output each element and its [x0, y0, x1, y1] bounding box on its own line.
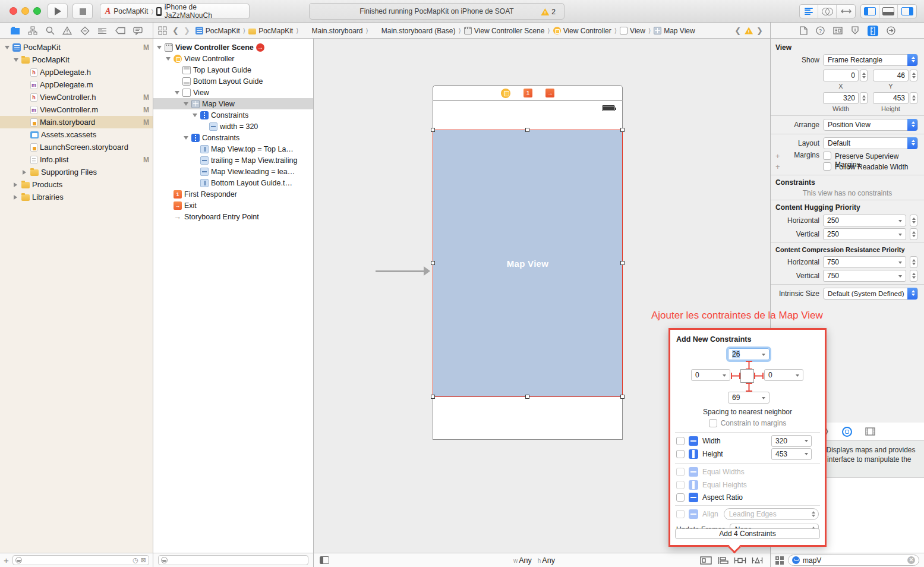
add-file-button[interactable]: + [4, 555, 9, 565]
zoom-window-button[interactable] [33, 7, 41, 15]
quick-help-inspector-tab-icon[interactable]: ? [816, 26, 825, 35]
warning-counter[interactable]: ! 2 [541, 8, 556, 16]
disclosure-open-icon[interactable] [14, 58, 19, 62]
file-row[interactable]: Products [0, 178, 153, 191]
resize-handle[interactable] [431, 128, 435, 132]
breadcrumb-item[interactable]: Main.storyboard (Base) [371, 27, 456, 35]
leading-ibeam-icon[interactable] [731, 371, 740, 380]
width-field[interactable]: 320 [823, 92, 859, 104]
show-popup[interactable]: Frame Rectangle [823, 54, 918, 66]
file-row[interactable]: Info.plistM [0, 153, 153, 166]
report-navigator-tab-icon[interactable] [133, 27, 143, 35]
exit-icon[interactable] [545, 89, 554, 97]
file-row[interactable]: Assets.xcassets [0, 128, 153, 141]
width-stepper[interactable] [860, 92, 868, 104]
arrange-popup[interactable]: Position View [823, 119, 918, 131]
toggle-debug-area-button[interactable] [879, 5, 898, 18]
file-row[interactable]: mViewController.mM [0, 103, 153, 116]
open-scene-icon[interactable]: → [256, 43, 264, 52]
object-library-tab-selected[interactable] [842, 427, 852, 437]
breadcrumb-item[interactable]: View [620, 27, 645, 35]
outline-row[interactable]: width = 320 [153, 121, 313, 132]
minimize-window-button[interactable] [21, 7, 29, 15]
outline-row[interactable]: Bottom Layout Guide.t… [153, 177, 313, 188]
hugging-horizontal-combo[interactable]: 250 [823, 215, 906, 226]
disclosure-open-icon[interactable] [5, 46, 10, 49]
equal-widths-checkbox[interactable] [676, 468, 685, 476]
disclosure-open-icon[interactable] [175, 91, 180, 94]
disclosure-open-icon[interactable] [193, 114, 198, 117]
top-spacing-combo[interactable]: 26 [728, 348, 770, 360]
hugging-vertical-combo[interactable]: 250 [823, 228, 906, 240]
run-button[interactable] [48, 4, 68, 19]
align-icon[interactable] [717, 556, 729, 565]
resolve-autolayout-icon[interactable] [752, 556, 763, 565]
add-margin-button[interactable]: + [775, 152, 780, 160]
breadcrumb-item[interactable]: View Controller Scene [464, 27, 545, 35]
file-inspector-tab-icon[interactable] [800, 26, 808, 35]
scheme-selector[interactable]: A PocMapKit 〉 iPhone de JaZzMaNouCh [100, 4, 250, 19]
equal-heights-checkbox[interactable] [676, 481, 685, 489]
file-row[interactable]: mAppDelegate.m [0, 78, 153, 91]
disclosure-closed-icon[interactable] [23, 170, 28, 175]
connections-inspector-tab-icon[interactable] [887, 26, 895, 35]
map-view[interactable]: Map View [433, 130, 623, 397]
stop-button[interactable] [72, 4, 93, 19]
related-items-icon[interactable] [158, 26, 167, 35]
size-inspector-tab-selected[interactable] [868, 26, 878, 36]
navigator-filter-field[interactable]: ◷ ⊠ [12, 555, 149, 565]
disclosure-open-icon[interactable] [184, 136, 189, 140]
toggle-navigator-button[interactable] [861, 5, 879, 18]
resize-handle[interactable] [620, 128, 625, 132]
add-constraints-button[interactable]: Add 4 Constraints [675, 528, 820, 539]
y-stepper[interactable] [910, 70, 917, 81]
search-navigator-tab-icon[interactable] [46, 26, 55, 35]
hugging-horizontal-stepper[interactable] [910, 215, 917, 226]
breadcrumb-item[interactable]: View Controller [553, 27, 611, 35]
layout-margins-popup[interactable]: Default [823, 137, 918, 149]
breadcrumb-item[interactable]: Main.storyboard [301, 27, 362, 35]
top-ibeam-icon[interactable] [745, 361, 753, 370]
x-field[interactable]: 0 [823, 70, 859, 81]
resize-handle[interactable] [620, 395, 625, 399]
toggle-inspector-button[interactable] [898, 5, 916, 18]
pin-constraints-icon[interactable] [734, 556, 746, 565]
project-navigator-tab-icon[interactable] [10, 26, 20, 35]
outline-row[interactable]: Map View.leading = lea… [153, 166, 313, 177]
height-constraint-checkbox[interactable] [676, 450, 685, 458]
trailing-spacing-combo[interactable]: 0 [764, 369, 803, 381]
compression-vertical-combo[interactable]: 750 [823, 270, 906, 282]
align-checkbox[interactable] [676, 510, 685, 518]
file-row[interactable]: LaunchScreen.storyboard [0, 141, 153, 153]
height-constraint-combo[interactable]: 453 [771, 448, 812, 460]
recent-files-icon[interactable]: ◷ [133, 556, 138, 564]
test-navigator-tab-icon[interactable] [80, 26, 90, 36]
resize-handle[interactable] [431, 261, 435, 265]
disclosure-open-icon[interactable] [157, 46, 162, 49]
library-grid-toggle-icon[interactable] [775, 556, 784, 565]
library-search-field[interactable]: mapV ✕ [788, 555, 919, 566]
standard-editor-button[interactable] [800, 5, 818, 18]
outline-row[interactable]: View Controller [153, 53, 313, 64]
version-editor-button[interactable] [837, 5, 855, 18]
breakpoint-navigator-tab-icon[interactable] [115, 27, 125, 34]
compression-vertical-stepper[interactable] [910, 270, 917, 282]
hugging-vertical-stepper[interactable] [910, 228, 917, 240]
resize-handle[interactable] [525, 395, 529, 399]
document-outline-toggle-icon[interactable] [320, 556, 329, 564]
file-row[interactable]: PocMapKit [0, 53, 153, 66]
align-popup[interactable]: Leading Edges [724, 508, 819, 520]
file-row[interactable]: Main.storyboardM [0, 116, 153, 128]
leading-spacing-combo[interactable]: 0 [691, 369, 730, 381]
issue-navigator-tab-icon[interactable] [62, 26, 72, 35]
resize-handle[interactable] [431, 395, 435, 399]
symbol-navigator-tab-icon[interactable] [28, 26, 37, 35]
x-stepper[interactable] [860, 70, 868, 81]
outline-row[interactable]: Storyboard Entry Point [153, 211, 313, 222]
embed-in-stack-icon[interactable] [700, 556, 712, 565]
file-row[interactable]: Librairies [0, 191, 153, 203]
first-responder-icon[interactable] [524, 89, 532, 97]
assistant-editor-button[interactable] [818, 5, 837, 18]
resize-handle[interactable] [525, 128, 529, 132]
y-field[interactable]: 46 [873, 70, 909, 81]
